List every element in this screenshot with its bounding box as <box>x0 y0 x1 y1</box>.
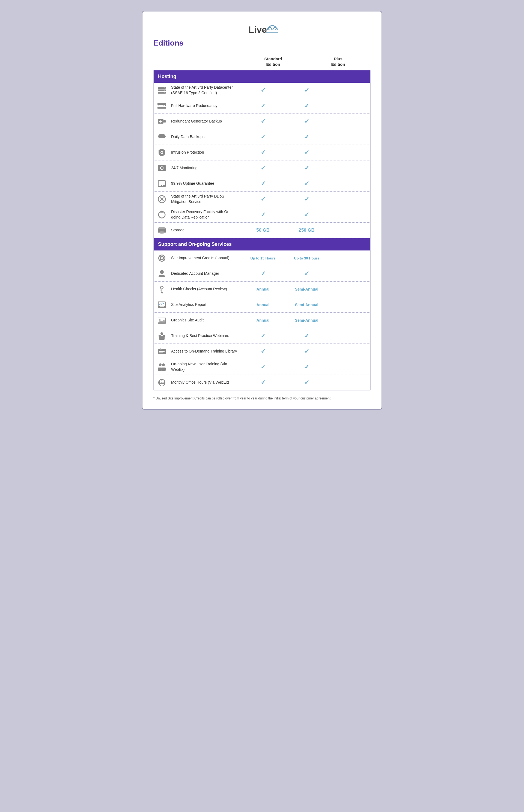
datacenter-standard: ✓ <box>241 83 285 98</box>
svg-point-31 <box>162 168 162 169</box>
monitoring-icon <box>154 163 170 173</box>
feature-row-office-hours: Monthly Office Hours (Via WebEx) ✓ ✓ <box>154 375 370 390</box>
svg-point-10 <box>164 90 165 91</box>
monitoring-standard: ✓ <box>241 161 285 176</box>
logo-area: Live Editions <box>153 22 371 48</box>
credits-label: Site Improvement Credits (annual) <box>170 253 241 263</box>
health-standard: Annual <box>241 282 285 297</box>
feature-row-credits: Site Improvement Credits (annual) Up to … <box>154 250 370 266</box>
svg-point-11 <box>164 92 165 93</box>
svg-rect-25 <box>159 136 165 138</box>
storage-icon <box>154 226 170 235</box>
storage-plus: 250 GB <box>285 222 328 238</box>
user-training-cells: ✓ ✓ <box>241 359 328 375</box>
svg-point-45 <box>160 270 164 274</box>
hardware-cells: ✓ ✓ <box>241 98 328 114</box>
ddos-standard: ✓ <box>241 192 285 207</box>
feature-row-datacenter: State of the Art 3rd Party Datacenter (S… <box>154 83 370 98</box>
svg-point-46 <box>161 286 163 289</box>
svg-rect-70 <box>158 367 162 371</box>
svg-rect-33 <box>159 181 165 185</box>
svg-text:Live: Live <box>248 24 267 35</box>
uptime-label: 99.9% Uptime Guarantee <box>170 179 241 188</box>
disaster-icon <box>154 210 170 220</box>
office-hours-standard: ✓ <box>241 375 285 390</box>
svg-rect-16 <box>165 105 166 106</box>
health-plus: Semi-Annual <box>285 282 328 297</box>
analytics-plus-value: Semi-Annual <box>295 303 318 307</box>
hardware-label: Full Hardware Redundancy <box>170 101 241 111</box>
feature-row-graphics: Graphics Site Audit Annual Semi-Annual <box>154 313 370 328</box>
svg-point-9 <box>164 87 165 88</box>
feature-row-intrusion: Intrusion Protection ✓ ✓ <box>154 145 370 161</box>
generator-cells: ✓ ✓ <box>241 114 328 129</box>
plus-edition-header: Plus Edition <box>306 53 371 70</box>
svg-rect-15 <box>163 105 163 106</box>
datacenter-plus: ✓ <box>285 83 328 98</box>
graphics-standard-value: Annual <box>257 318 269 322</box>
feature-row-monitoring: 24/7 Monitoring ✓ ✓ <box>154 161 370 176</box>
svg-rect-4 <box>267 30 278 32</box>
health-cells: Annual Semi-Annual <box>241 282 328 297</box>
feature-row-user-training: On-going New User Training (Via WebEx) ✓… <box>154 359 370 375</box>
analytics-icon <box>154 300 170 310</box>
svg-point-68 <box>159 363 162 366</box>
feature-row-disaster: Disaster Recovery Facility with On-going… <box>154 207 370 222</box>
svg-point-69 <box>162 363 165 366</box>
logo-svg: Live <box>246 22 278 36</box>
svg-point-76 <box>161 384 163 386</box>
feature-row-uptime: 99.9% Uptime Guarantee ✓ ✓ <box>154 176 370 192</box>
svg-point-57 <box>159 319 161 320</box>
graphics-plus: Semi-Annual <box>285 313 328 328</box>
analytics-standard-value: Annual <box>257 303 269 307</box>
credits-plus-value: Up to 30 Hours <box>294 256 319 260</box>
svg-rect-12 <box>158 103 166 105</box>
user-training-label: On-going New User Training (Via WebEx) <box>170 359 241 374</box>
intrusion-label: Intrusion Protection <box>170 148 241 158</box>
graphics-icon <box>154 315 170 325</box>
feature-row-library: Access to On-Demand Training Library ✓ ✓ <box>154 344 370 359</box>
ddos-icon <box>154 194 170 204</box>
disaster-cells: ✓ ✓ <box>241 207 328 222</box>
intrusion-standard: ✓ <box>241 145 285 160</box>
analytics-label: Site Analytics Report <box>170 300 241 310</box>
svg-point-59 <box>161 332 163 335</box>
intrusion-icon <box>154 148 170 158</box>
svg-rect-36 <box>162 185 163 186</box>
user-training-standard: ✓ <box>241 359 285 375</box>
user-training-plus: ✓ <box>285 359 328 375</box>
account-label: Dedicated Account Manager <box>170 269 241 279</box>
feature-row-backups: Daily Data Backups ✓ ✓ <box>154 129 370 145</box>
generator-plus: ✓ <box>285 114 328 129</box>
feature-row-account: Dedicated Account Manager ✓ ✓ <box>154 266 370 282</box>
storage-plus-value: 250 GB <box>298 228 315 233</box>
credits-standard-value: Up to 15 Hours <box>250 256 275 260</box>
support-section-header: Support and On-going Services <box>154 238 370 250</box>
analytics-plus: Semi-Annual <box>285 297 328 312</box>
ddos-plus: ✓ <box>285 192 328 207</box>
generator-label: Redundant Generator Backup <box>170 116 241 126</box>
library-standard: ✓ <box>241 344 285 359</box>
svg-point-38 <box>161 198 163 200</box>
disaster-plus: ✓ <box>285 207 328 222</box>
health-icon <box>154 284 170 294</box>
credits-cells: Up to 15 Hours Up to 30 Hours <box>241 250 328 266</box>
backups-cells: ✓ ✓ <box>241 129 328 145</box>
svg-point-28 <box>161 152 163 153</box>
office-hours-icon <box>154 378 170 387</box>
training-webinars-label: Training & Best Practice Webinars <box>170 331 241 341</box>
disaster-standard: ✓ <box>241 207 285 222</box>
svg-rect-71 <box>162 367 166 371</box>
svg-rect-13 <box>159 105 159 106</box>
svg-rect-19 <box>163 120 166 122</box>
library-icon <box>154 347 170 357</box>
analytics-standard: Annual <box>241 297 285 312</box>
monitoring-plus: ✓ <box>285 161 328 176</box>
backups-label: Daily Data Backups <box>170 132 241 142</box>
training-webinars-icon <box>154 331 170 341</box>
page-title: Editions <box>153 39 183 47</box>
svg-point-61 <box>159 335 161 337</box>
analytics-cells: Annual Semi-Annual <box>241 297 328 312</box>
health-standard-value: Annual <box>257 287 269 292</box>
feature-row-storage: Storage 50 GB 250 GB <box>154 222 370 238</box>
